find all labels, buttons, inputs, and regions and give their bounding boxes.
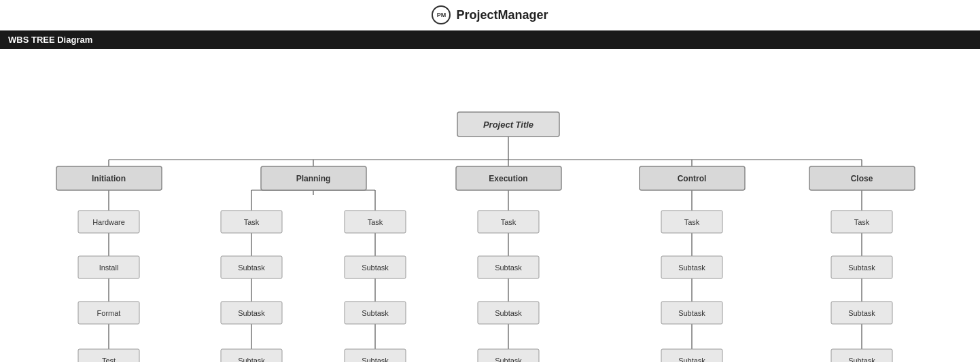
logo-icon: PM: [432, 5, 451, 24]
project-title-text: Project Title: [483, 120, 533, 130]
phase-initiation-text: Initiation: [92, 174, 126, 183]
plan-sub2-3-text: Subtask: [362, 357, 389, 362]
phase-control-text: Control: [678, 174, 707, 183]
format-text: Format: [97, 309, 121, 317]
plan-sub2-1-text: Subtask: [362, 264, 389, 272]
diagram-title: WBS TREE Diagram: [8, 35, 92, 45]
plan-task2-text: Task: [368, 218, 383, 226]
plan-task1-text: Task: [244, 218, 260, 226]
app-header: PM ProjectManager: [0, 0, 980, 31]
plan-sub2-2-text: Subtask: [362, 309, 389, 317]
ctrl-sub3-text: Subtask: [678, 357, 705, 362]
phase-close-text: Close: [851, 174, 873, 183]
phase-execution-text: Execution: [489, 174, 527, 183]
hw-text: Hardware: [92, 218, 125, 226]
wbs-svg: Project Title Initiation Planning Execut…: [0, 56, 980, 362]
close-sub2-text: Subtask: [848, 309, 875, 317]
exec-task-text: Task: [501, 218, 517, 226]
wbs-diagram: Project Title Initiation Planning Execut…: [0, 49, 980, 362]
ctrl-task-text: Task: [684, 218, 700, 226]
ctrl-sub1-text: Subtask: [678, 264, 705, 272]
exec-sub2-text: Subtask: [495, 309, 522, 317]
close-sub3-text: Subtask: [848, 357, 875, 362]
plan-sub1-3-text: Subtask: [238, 357, 265, 362]
close-sub1-text: Subtask: [848, 264, 875, 272]
exec-sub3-text: Subtask: [495, 357, 522, 362]
exec-sub1-text: Subtask: [495, 264, 522, 272]
plan-sub1-2-text: Subtask: [238, 309, 265, 317]
ctrl-sub2-text: Subtask: [678, 309, 705, 317]
close-task-text: Task: [854, 218, 870, 226]
phase-planning-text: Planning: [296, 174, 331, 183]
diagram-title-bar: WBS TREE Diagram: [0, 31, 980, 49]
test-text: Test: [102, 357, 116, 362]
plan-sub1-1-text: Subtask: [238, 264, 265, 272]
install-text: Install: [99, 264, 119, 272]
app-title: ProjectManager: [456, 8, 548, 22]
